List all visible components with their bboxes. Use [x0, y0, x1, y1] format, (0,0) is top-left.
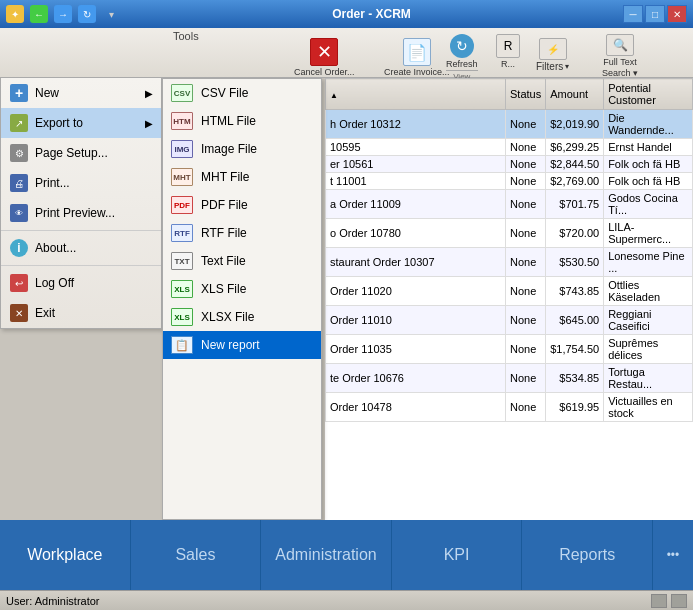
cell-name: staurant Order 10307: [326, 248, 506, 277]
left-menu: + New ▶ ↗ Export to ▶ ⚙ Page Setup... 🖨 …: [0, 78, 162, 329]
nav-kpi[interactable]: KPI: [392, 520, 523, 590]
cell-customer: Ernst Handel: [604, 139, 693, 156]
cell-customer: Reggiani Caseifici: [604, 306, 693, 335]
nav-workplace[interactable]: Workplace: [0, 520, 131, 590]
menu-item-page-setup[interactable]: ⚙ Page Setup...: [1, 138, 161, 168]
cell-amount: $6,299.25: [546, 139, 604, 156]
table-row[interactable]: h Order 10312 None $2,019.90 Die Wandern…: [326, 110, 693, 139]
export-mht-item[interactable]: MHT MHT File: [163, 163, 321, 191]
menu-divider-1: [1, 230, 161, 231]
col-customer[interactable]: Potential Customer: [604, 79, 693, 110]
menu-item-logoff[interactable]: ↩ Log Off: [1, 268, 161, 298]
text-label: Text File: [201, 254, 246, 268]
cell-amount: $619.95: [546, 393, 604, 422]
status-user: User: Administrator: [6, 595, 100, 607]
xlsx-label: XLSX File: [201, 310, 254, 324]
status-icon-2: [671, 594, 687, 608]
cell-amount: $720.00: [546, 219, 604, 248]
cell-customer: Folk och fä HB: [604, 173, 693, 190]
nav-forward-icon[interactable]: →: [54, 5, 72, 23]
fulltext-search-button[interactable]: 🔍 Full TextSearch ▾: [580, 32, 660, 81]
mht-label: MHT File: [201, 170, 249, 184]
window-title: Order - XCRM: [120, 7, 623, 21]
table-row[interactable]: 10595 None $6,299.25 Ernst Handel: [326, 139, 693, 156]
cell-customer: Lonesome Pine ...: [604, 248, 693, 277]
html-label: HTML File: [201, 114, 256, 128]
export-pdf-item[interactable]: PDF PDF File: [163, 191, 321, 219]
cell-name: 10595: [326, 139, 506, 156]
filters-label: Filters: [536, 61, 563, 72]
close-button[interactable]: ✕: [667, 5, 687, 23]
cell-name: te Order 10676: [326, 364, 506, 393]
table-row[interactable]: Order 11035 None $1,754.50 Suprêmes déli…: [326, 335, 693, 364]
menu-item-print[interactable]: 🖨 Print...: [1, 168, 161, 198]
cell-name: t 11001: [326, 173, 506, 190]
menu-item-print-preview[interactable]: 👁 Print Preview...: [1, 198, 161, 228]
maximize-button[interactable]: □: [645, 5, 665, 23]
cell-amount: $534.85: [546, 364, 604, 393]
table-row[interactable]: te Order 10676 None $534.85 Tortuga Rest…: [326, 364, 693, 393]
refresh-icon[interactable]: ↻: [78, 5, 96, 23]
export-text-item[interactable]: TXT Text File: [163, 247, 321, 275]
menu-divider-2: [1, 265, 161, 266]
filters-button[interactable]: ⚡ Filters ▾: [530, 36, 575, 74]
col-status[interactable]: Status: [506, 79, 546, 110]
table-row[interactable]: Order 11010 None $645.00 Reggiani Caseif…: [326, 306, 693, 335]
new-report-icon: 📋: [171, 336, 193, 354]
title-bar-left: ✦ ← → ↻ ▾: [6, 5, 120, 23]
r-button[interactable]: R R...: [490, 32, 526, 71]
cell-status: None: [506, 335, 546, 364]
cell-status: None: [506, 219, 546, 248]
nav-more-button[interactable]: •••: [653, 548, 693, 562]
table-row[interactable]: Order 11020 None $743.85 Ottlies Käselad…: [326, 277, 693, 306]
cell-name: Order 10478: [326, 393, 506, 422]
minimize-button[interactable]: ─: [623, 5, 643, 23]
nav-back-icon[interactable]: ←: [30, 5, 48, 23]
export-html-item[interactable]: HTM HTML File: [163, 107, 321, 135]
table-row[interactable]: er 10561 None $2,844.50 Folk och fä HB: [326, 156, 693, 173]
nav-administration[interactable]: Administration: [261, 520, 392, 590]
export-rtf-item[interactable]: RTF RTF File: [163, 219, 321, 247]
table-row[interactable]: Order 10478 None $619.95 Victuailles en …: [326, 393, 693, 422]
table-row[interactable]: t 11001 None $2,769.00 Folk och fä HB: [326, 173, 693, 190]
table-row[interactable]: staurant Order 10307 None $530.50 Loneso…: [326, 248, 693, 277]
exit-icon: ✕: [9, 303, 29, 323]
fulltext-label: Full TextSearch ▾: [602, 57, 638, 79]
new-icon: +: [9, 83, 29, 103]
export-csv-item[interactable]: CSV CSV File: [163, 79, 321, 107]
menu-item-exit[interactable]: ✕ Exit: [1, 298, 161, 328]
cell-amount: $2,844.50: [546, 156, 604, 173]
cancel-order-label: Cancel Order...: [294, 67, 355, 77]
menu-item-new[interactable]: + New ▶: [1, 78, 161, 108]
cancel-order-button[interactable]: ✕ Cancel Order...: [290, 36, 359, 79]
r-icon: R: [496, 34, 520, 58]
col-amount[interactable]: Amount: [546, 79, 604, 110]
nav-sales[interactable]: Sales: [131, 520, 262, 590]
table-row[interactable]: o Order 10780 None $720.00 LILA-Supermer…: [326, 219, 693, 248]
table-row[interactable]: a Order 11009 None $701.75 Godos Cocina …: [326, 190, 693, 219]
xlsx-icon: XLS: [171, 308, 193, 326]
cell-amount: $2,769.00: [546, 173, 604, 190]
app-icon: ✦: [6, 5, 24, 23]
refresh-button[interactable]: ↻ Refresh View: [440, 32, 484, 83]
menu-item-about[interactable]: i About...: [1, 233, 161, 263]
cell-status: None: [506, 364, 546, 393]
col-name[interactable]: ▲: [326, 79, 506, 110]
menu-item-export[interactable]: ↗ Export to ▶: [1, 108, 161, 138]
dropdown-icon[interactable]: ▾: [102, 5, 120, 23]
cell-name: er 10561: [326, 156, 506, 173]
print-preview-icon: 👁: [9, 203, 29, 223]
nav-reports[interactable]: Reports: [522, 520, 653, 590]
csv-label: CSV File: [201, 86, 248, 100]
cell-customer: Victuailles en stock: [604, 393, 693, 422]
export-image-item[interactable]: IMG Image File: [163, 135, 321, 163]
cell-amount: $1,754.50: [546, 335, 604, 364]
pdf-label: PDF File: [201, 198, 248, 212]
print-icon: 🖨: [9, 173, 29, 193]
export-xlsx-item[interactable]: XLS XLSX File: [163, 303, 321, 331]
window-controls: ─ □ ✕: [623, 5, 687, 23]
export-xls-item[interactable]: XLS XLS File: [163, 275, 321, 303]
new-report-label: New report: [201, 338, 260, 352]
export-newreport-item[interactable]: 📋 New report: [163, 331, 321, 359]
page-setup-icon: ⚙: [9, 143, 29, 163]
